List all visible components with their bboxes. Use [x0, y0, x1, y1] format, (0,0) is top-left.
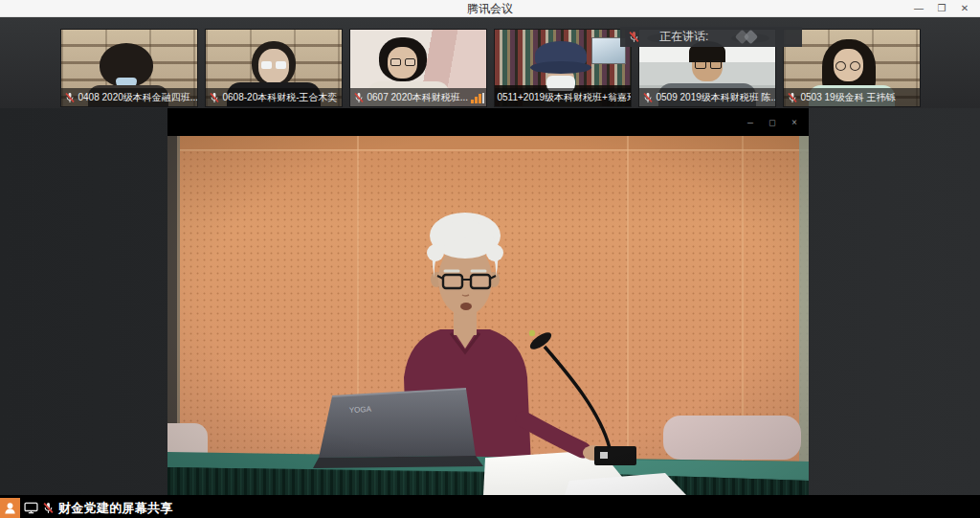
tencent-meeting-window: 腾讯会议 — ❐ ✕ 0408 2020级本科金融四班... 0608-20本科… [0, 0, 980, 518]
participant-namebar: 0607 2020本科财税班... [350, 88, 486, 106]
speaking-banner: 正在讲话: [620, 27, 802, 47]
mic-muted-icon [628, 31, 640, 43]
person-icon [3, 501, 17, 515]
network-volume-bars-icon [471, 92, 485, 103]
participant-name: 0608-20本科财税-王合木奕 [223, 91, 338, 104]
participant-name: 0503 19级金科 王祎铄 [801, 91, 896, 104]
share-label: 财金党建的屏幕共享 [58, 500, 173, 517]
participant-tile-3[interactable]: 0607 2020本科财税班... [349, 29, 487, 107]
participant-tile-6[interactable]: 0503 19级金科 王祎铄 [783, 29, 921, 107]
lecture-video-scene: YOGA [167, 136, 809, 495]
titlebar: 腾讯会议 — ❐ ✕ [0, 0, 980, 17]
participant-namebar: 0509 2019级本科财税班 陈... [639, 88, 775, 106]
mic-muted-icon [787, 92, 798, 103]
meeting-logo-icon [731, 30, 769, 45]
shared-screen-video-window[interactable]: – □ × [167, 108, 809, 495]
close-icon[interactable]: ✕ [959, 0, 970, 17]
participant-name: 0408 2020级本科金融四班... [78, 91, 197, 104]
video-window-controls: – □ × [167, 108, 809, 136]
speaking-label: 正在讲话: [659, 29, 708, 45]
participant-name: 0607 2020本科财税班... [368, 91, 469, 104]
mic-muted-icon [353, 92, 365, 103]
mic-muted-icon [209, 92, 220, 103]
window-controls: — ❐ ✕ [913, 0, 980, 17]
participant-tile-1[interactable]: 0408 2020级本科金融四班... [60, 29, 198, 107]
participant-tile-4[interactable]: 0511+2019级本科财税班+翁嘉玲 [494, 29, 632, 107]
participant-name: 0509 2019级本科财税班 陈... [657, 91, 775, 104]
window-title: 腾讯会议 [0, 0, 980, 17]
video-minimize-icon[interactable]: – [747, 117, 753, 127]
screen-share-icon [24, 502, 38, 514]
participant-tile-2[interactable]: 0608-20本科财税-王合木奕 [205, 29, 343, 107]
participant-namebar: 0608-20本科财税-王合木奕 [206, 88, 342, 106]
mic-muted-icon [64, 92, 76, 103]
mic-muted-icon [642, 92, 654, 103]
participant-namebar: 0503 19级金科 王祎铄 [784, 88, 920, 106]
sharer-avatar [0, 498, 20, 518]
participant-name: 0511+2019级本科财税班+翁嘉玲 [498, 91, 631, 104]
restore-icon[interactable]: ❐ [936, 0, 947, 17]
video-close-icon[interactable]: × [791, 117, 797, 127]
minimize-icon[interactable]: — [913, 0, 924, 17]
main-stage: – □ × [0, 108, 980, 518]
participant-namebar: 0511+2019级本科财税班+翁嘉玲 [495, 88, 631, 106]
participant-namebar: 0408 2020级本科金融四班... [61, 88, 197, 106]
participant-filmstrip: 0408 2020级本科金融四班... 0608-20本科财税-王合木奕 060… [0, 17, 980, 108]
mic-muted-icon [42, 502, 55, 514]
screen-share-indicator[interactable]: 财金党建的屏幕共享 [0, 498, 185, 518]
video-maximize-icon[interactable]: □ [769, 117, 775, 127]
